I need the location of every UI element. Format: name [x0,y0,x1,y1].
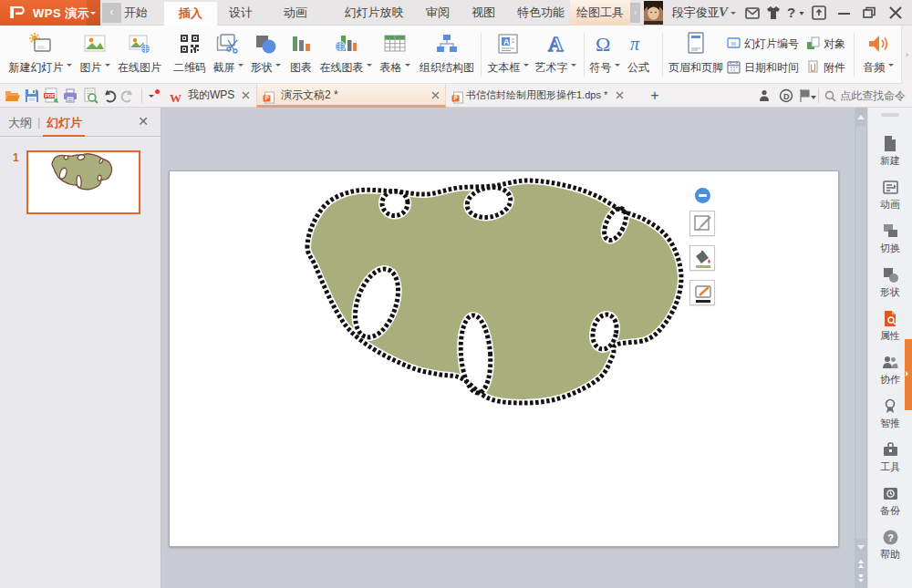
ribbon-screenshot-button[interactable]: 截屏 [208,29,248,80]
outline-color-button[interactable] [689,280,715,305]
hide-tabs-button[interactable]: ‹ [102,3,121,23]
ribbon-table-button[interactable]: 表格 [375,29,415,80]
redo-icon[interactable] [119,88,136,104]
docer-icon[interactable]: D [779,88,793,103]
sidebar-item-animation[interactable]: 动画 [868,179,912,211]
doc-tab-current[interactable]: P 演示文稿2 * [256,84,446,108]
ribbon-new-slide-button[interactable]: 新建幻灯片 [2,29,78,80]
ribbon-attachment-button[interactable]: 附件 [806,57,845,77]
toolbox-icon [868,441,912,459]
help-icon[interactable]: ? [785,5,807,21]
open-file-icon[interactable] [4,88,20,104]
ribbon-datetime-button[interactable]: 日期和时间 [727,57,799,77]
skin-theme-icon[interactable] [765,5,782,21]
edit-shape-button[interactable] [689,211,715,236]
tab-drawing-tools[interactable]: 绘图工具 [570,0,630,26]
dropdown-caret-icon [615,64,620,69]
slide-thumbnail[interactable] [26,150,140,214]
print-icon[interactable] [62,88,78,104]
doc-tab-other[interactable]: P 书信信封绘制用图形操作1.dps * [446,84,631,108]
tab-slideshow[interactable]: 幻灯片放映 [338,0,409,26]
slide-canvas[interactable] [162,108,855,588]
quick-access-caret-icon[interactable] [149,95,154,100]
panel-expand-handle[interactable] [905,339,912,410]
ribbon-symbol-button[interactable]: Ω 符号 [586,29,624,80]
tab-special-features[interactable]: 特色功能 [517,0,565,26]
slide-page[interactable] [169,170,839,547]
export-pdf-icon[interactable]: PDF [43,88,59,104]
divider [141,88,142,103]
more-tabs-button[interactable]: › [630,3,640,23]
minimize-button[interactable] [832,0,857,26]
divider [818,88,819,103]
svg-text:A: A [503,37,510,46]
restore-button[interactable] [857,0,883,26]
ribbon-object-button[interactable]: 对象 [806,34,845,54]
close-tab-icon[interactable] [615,90,625,100]
svg-text:?: ? [787,5,795,20]
panel-tab-slides[interactable]: 幻灯片 [47,115,82,131]
ribbon-online-picture-button[interactable]: 在线图片 [115,29,164,80]
ribbon-picture-button[interactable]: 图片 [76,29,114,80]
tab-review[interactable]: 审阅 [421,0,454,26]
sidebar-item-transition[interactable]: 切换 [868,222,912,255]
tab-insert[interactable]: 插入 [164,2,217,26]
panel-tab-outline[interactable]: 大纲 [8,115,32,131]
scrollbar-thumb[interactable] [855,126,866,539]
fill-color-button[interactable] [689,245,715,271]
shape-icon [868,266,912,284]
close-tab-icon[interactable] [241,90,251,100]
close-tab-icon[interactable] [430,90,440,100]
svg-text:π: π [630,34,640,54]
sidebar-item-backup[interactable]: 备份 [868,485,912,518]
print-preview-icon[interactable] [82,88,98,104]
fold-ribbon-icon[interactable] [811,5,827,21]
ribbon-wordart-button[interactable]: A 艺术字 [531,29,580,80]
ribbon-audio-button[interactable]: 音频 [857,29,899,80]
tab-design[interactable]: 设计 [224,0,257,26]
close-button[interactable] [883,0,908,26]
ribbon-online-chart-button[interactable]: 在线图表 [316,29,376,80]
tab-animation[interactable]: 动画 [279,0,312,26]
doc-tab-wps-home[interactable]: W 我的WPS [164,84,256,108]
user-caret-icon[interactable] [731,12,736,17]
ribbon-chart-button[interactable]: 图表 [286,29,316,80]
ribbon-header-footer-button[interactable]: 页眉和页脚 [666,29,726,80]
ribbon-orgchart-button[interactable]: 组织结构图 [415,29,479,80]
ribbon-qrcode-button[interactable]: 二维码 [170,29,210,80]
wps-logo-menu[interactable]: WPS 演示 [0,0,100,26]
freeform-shape-selected[interactable] [169,170,839,547]
new-tab-button[interactable]: + [646,87,664,105]
next-slide-button[interactable] [855,573,867,588]
user-name[interactable]: 段宇俊亚 [672,0,720,26]
collapse-quickbar-button[interactable] [695,188,710,203]
ribbon: 新建幻灯片 图片 在线图片 二维码 [0,26,912,84]
tab-home[interactable]: 开始 [119,0,152,26]
ribbon-slide-number-button[interactable]: 幻灯片编号 [727,34,799,54]
ribbon-formula-button[interactable]: π 公式 [624,29,653,80]
panel-close-icon[interactable]: ✕ [136,114,150,129]
dropdown-caret-icon [405,64,410,69]
message-icon[interactable] [744,5,761,21]
sidebar-item-new[interactable]: 新建 [868,135,912,168]
sidebar-item-tools[interactable]: 工具 [868,441,912,474]
sidebar-item-help[interactable]: ? 帮助 [868,529,912,562]
assistant-icon[interactable] [757,88,772,103]
sidebar-item-shape[interactable]: 形状 [868,266,912,299]
sidebar-item-properties[interactable]: 属性 [868,310,912,343]
ribbon-expand-button[interactable]: › [901,26,912,84]
find-command-search[interactable]: 点此查找命令 [824,84,912,108]
logo-caret[interactable] [87,0,100,26]
scroll-up-button[interactable] [855,109,867,124]
save-icon[interactable] [24,88,40,104]
scroll-down-button[interactable] [855,541,867,555]
tab-view[interactable]: 视图 [467,0,500,26]
avatar[interactable] [644,1,663,25]
vertical-scrollbar[interactable] [855,108,867,588]
sidebar-handle[interactable] [881,113,899,117]
previous-slide-button[interactable] [855,556,867,571]
ribbon-shapes-button[interactable]: 形状 [245,29,285,80]
flag-menu-icon[interactable] [799,88,817,103]
undo-icon[interactable] [101,88,118,104]
ribbon-textbox-button[interactable]: A 文本框 [483,29,533,80]
